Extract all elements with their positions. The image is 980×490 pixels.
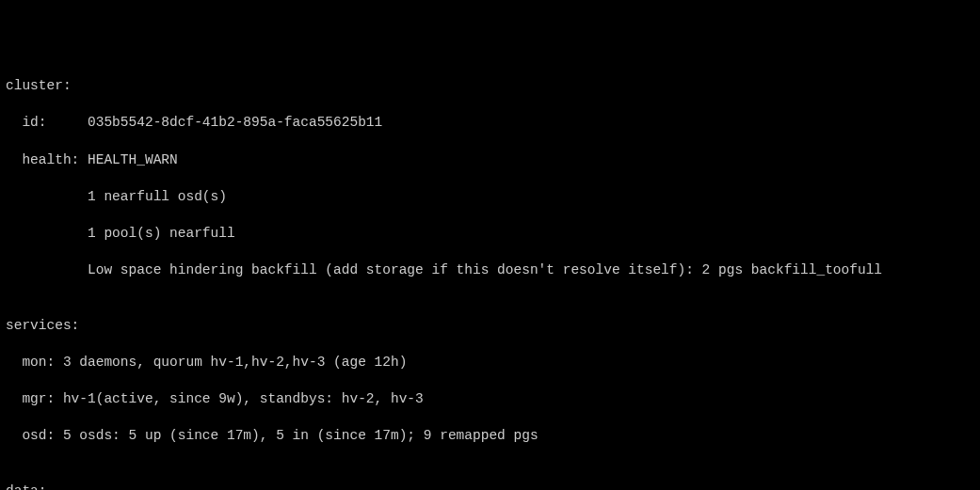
services-mon: mon: 3 daemons, quorum hv-1,hv-2,hv-3 (a…	[6, 354, 974, 372]
cluster-id-line: id: 035b5542-8dcf-41b2-895a-faca55625b11	[6, 114, 974, 133]
cluster-health-value: HEALTH_WARN	[88, 152, 178, 167]
health-nearfull-pool: 1 pool(s) nearfull	[6, 225, 974, 244]
services-mgr: mgr: hv-1(active, since 9w), standbys: h…	[6, 390, 974, 409]
services-osd: osd: 5 osds: 5 up (since 17m), 5 in (sin…	[6, 427, 974, 446]
cluster-health-label: health:	[6, 152, 88, 167]
cluster-id-label: id:	[6, 115, 88, 130]
data-header: data:	[6, 482, 974, 490]
health-nearfull-osd: 1 nearfull osd(s)	[6, 188, 974, 207]
cluster-header: cluster:	[6, 77, 974, 96]
cluster-id-value: 035b5542-8dcf-41b2-895a-faca55625b11	[88, 115, 382, 130]
cluster-health-line: health: HEALTH_WARN	[6, 151, 974, 170]
services-header: services:	[6, 317, 974, 336]
health-backfill-warning: Low space hindering backfill (add storag…	[6, 261, 974, 280]
